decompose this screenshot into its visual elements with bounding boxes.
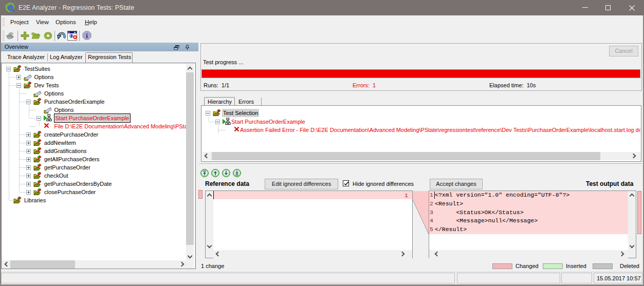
svg-text:i: i [86, 32, 88, 40]
